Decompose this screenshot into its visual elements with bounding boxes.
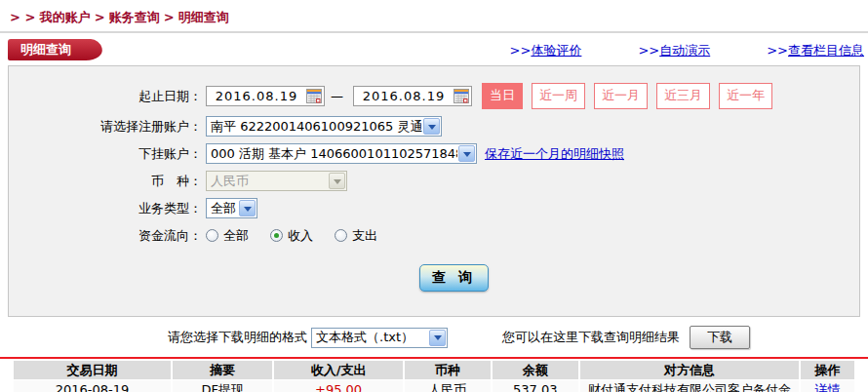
start-date-input[interactable]: 2016.08.19 [206, 86, 325, 106]
col-action: 操作 [801, 361, 854, 379]
quick-range-quarter-button[interactable]: 近三月 [656, 83, 710, 109]
link-experience-rating[interactable]: >>体验评价 [510, 42, 582, 59]
breadcrumb-item-account-query[interactable]: 账务查询 [109, 10, 160, 24]
save-monthly-snapshot-link[interactable]: 保存近一个月的明细快照 [485, 145, 624, 163]
radio-income-label: 收入 [288, 227, 313, 245]
download-format-label: 请您选择下载明细的格式 [168, 329, 307, 346]
tab-detail-query: 明细查询 [8, 39, 81, 60]
breadcrumb-item-my-account[interactable]: 我的账户 [40, 10, 91, 24]
date-range-row: 起止日期： 2016.08.19 — 2016.08.19 [9, 83, 859, 109]
chevrons-icon: >> [638, 43, 659, 58]
fund-flow-option-all: 全部 [206, 227, 249, 245]
cell-currency: 人民币 [405, 380, 491, 392]
cell-trade-date: 2016-08-19 [14, 380, 171, 392]
fund-flow-options: 全部 收入 支出 [206, 227, 399, 245]
cell-balance: 537.03 [493, 380, 578, 392]
calendar-icon[interactable] [454, 89, 469, 103]
download-hint: 您可以在这里下载查询明细结果 [502, 329, 680, 346]
quick-range-month-button[interactable]: 近一月 [594, 83, 648, 109]
business-type-value: 全部 [207, 200, 238, 217]
chevron-down-icon [458, 145, 475, 162]
date-separator: — [331, 89, 343, 103]
calendar-icon[interactable] [306, 89, 322, 103]
link-auto-demo[interactable]: >>自动演示 [638, 42, 710, 59]
download-row: 请您选择下载明细的格式 文本格式（.txt） 您可以在这里下载查询明细结果 下载 [0, 326, 868, 349]
breadcrumb-prefix: > > [10, 10, 35, 24]
end-date-input[interactable]: 2016.08.19 [353, 86, 472, 106]
sub-account-value: 000 活期 基本户 1406600101102571848 [207, 145, 457, 163]
cell-action: 详情 [801, 380, 854, 392]
sub-account-select[interactable]: 000 活期 基本户 1406600101102571848 [206, 143, 477, 164]
table-header-row: 交易日期 摘要 收入/支出 币种 余额 对方信息 操作 [14, 361, 854, 379]
sub-account-label: 下挂账户： [9, 145, 202, 163]
registered-account-value: 南平 6222001406100921065 灵通卡 [207, 118, 422, 136]
breadcrumb-item-detail-query[interactable]: 明细查询 [178, 10, 229, 24]
col-trade-date: 交易日期 [14, 361, 171, 379]
sub-account-row: 下挂账户： 000 活期 基本户 1406600101102571848 保存近… [9, 143, 859, 164]
breadcrumb-separator: > [164, 10, 175, 24]
currency-value: 人民币 [207, 173, 328, 190]
radio-expense-label: 支出 [352, 227, 377, 245]
transaction-table: 交易日期 摘要 收入/支出 币种 余额 对方信息 操作 2016-08-19 D… [12, 360, 856, 392]
col-income-expense: 收入/支出 [274, 361, 403, 379]
registered-account-label: 请选择注册账户： [9, 118, 202, 136]
section-header: 明细查询 >>体验评价 >>自动演示 >>查看栏目信息 [0, 38, 868, 64]
cell-summary: DF提现 [173, 380, 272, 392]
radio-income-checked[interactable] [270, 229, 283, 242]
col-currency: 币种 [405, 361, 491, 379]
radio-all-label: 全部 [223, 227, 249, 245]
query-button[interactable]: 查 询 [419, 264, 489, 292]
detail-link[interactable]: 详情 [815, 382, 841, 392]
download-format-value: 文本格式（.txt） [312, 329, 428, 346]
download-format-select[interactable]: 文本格式（.txt） [311, 328, 448, 348]
link-view-column-info[interactable]: >>查看栏目信息 [767, 42, 864, 59]
quick-range-week-button[interactable]: 近一周 [532, 83, 585, 109]
fund-flow-row: 资金流向： 全部 收入 支出 [9, 225, 859, 246]
quick-range-today-button[interactable]: 当日 [482, 83, 523, 109]
fund-flow-option-expense: 支出 [335, 227, 377, 245]
quick-range-year-button[interactable]: 近一年 [719, 83, 772, 109]
breadcrumb-separator: > [95, 10, 105, 24]
col-summary: 摘要 [173, 361, 272, 379]
query-form-panel: 起止日期： 2016.08.19 — 2016.08.19 [8, 65, 860, 317]
chevron-down-icon [329, 173, 345, 189]
start-date-value: 2016.08.19 [207, 89, 306, 103]
cell-income-expense: +95.00 [274, 380, 403, 392]
business-type-row: 业务类型： 全部 [9, 198, 859, 218]
chevron-down-icon [423, 118, 440, 135]
currency-row: 币 种： 人民币 [9, 171, 859, 191]
header-links: >>体验评价 >>自动演示 >>查看栏目信息 [454, 42, 864, 59]
download-button[interactable]: 下载 [690, 326, 750, 349]
end-date-value: 2016.08.19 [354, 89, 454, 103]
col-counterparty: 对方信息 [580, 361, 799, 379]
business-type-select[interactable]: 全部 [206, 198, 257, 218]
radio-all-unchecked[interactable] [206, 229, 218, 242]
registered-account-select[interactable]: 南平 6222001406100921065 灵通卡 [206, 116, 442, 137]
quick-range-buttons: 当日 近一周 近一月 近三月 近一年 [482, 83, 781, 109]
chevron-down-icon [429, 330, 446, 346]
table-row: 2016-08-19 DF提现 +95.00 人民币 537.03 财付通支付科… [14, 380, 854, 392]
chevrons-icon: >> [767, 43, 788, 58]
breadcrumb: > > 我的账户>账务查询>明细查询 [0, 0, 868, 33]
chevron-down-icon [239, 200, 256, 216]
registered-account-row: 请选择注册账户： 南平 6222001406100921065 灵通卡 [9, 116, 859, 137]
cell-counterparty: 财付通支付科技有限公司客户备付金 [580, 380, 799, 392]
chevrons-icon: >> [510, 43, 532, 58]
fund-flow-option-income: 收入 [270, 227, 313, 245]
business-type-label: 业务类型： [9, 200, 202, 217]
radio-expense-unchecked[interactable] [335, 229, 347, 242]
date-range-label: 起止日期： [9, 88, 202, 105]
red-divider [0, 357, 868, 359]
col-balance: 余额 [493, 361, 578, 379]
fund-flow-label: 资金流向： [9, 227, 202, 245]
currency-label: 币 种： [9, 173, 202, 190]
currency-select: 人民币 [206, 171, 347, 191]
